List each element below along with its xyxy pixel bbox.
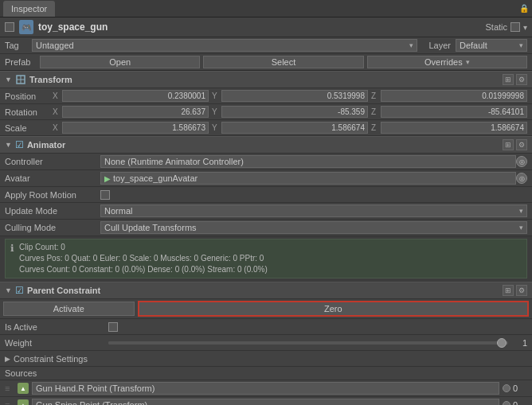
animator-menu-btn[interactable]: ⚙	[516, 139, 527, 150]
transform-title: Transform	[29, 75, 499, 84]
source-1-weight-value: 0	[513, 384, 527, 393]
culling-mode-label: Culling Mode	[5, 223, 100, 232]
update-mode-label: Update Mode	[5, 206, 100, 216]
transform-menu-btn[interactable]: ⚙	[516, 74, 527, 85]
controller-picker-btn[interactable]: ◎	[516, 156, 527, 167]
update-mode-dropdown[interactable]: Normal ▾	[100, 204, 527, 217]
is-active-row: Is Active	[0, 319, 532, 335]
source-2-weight-dot[interactable]	[503, 401, 510, 405]
transform-expand-btn[interactable]: ⊞	[503, 74, 514, 85]
prefab-label: Prefab	[5, 57, 37, 67]
scale-y-input[interactable]: 1.586674	[221, 122, 368, 134]
static-checkbox[interactable]	[510, 22, 520, 32]
inspector-body: 🎮 toy_space_gun Static ▾ Tag Untagged ▾ …	[0, 18, 532, 405]
transform-controls: ⊞ ⚙	[503, 74, 527, 85]
scale-xyz: X 1.586673 Y 1.586674 Z 1.586674	[53, 122, 527, 134]
scale-x-input[interactable]: 1.586673	[62, 122, 209, 134]
rotation-y-input[interactable]: -85.359	[221, 106, 368, 118]
rotation-x-label: X	[53, 107, 61, 116]
tag-dropdown[interactable]: Untagged ▾	[32, 39, 417, 52]
parent-constraint-controls: ⊞ ⚙	[503, 285, 527, 296]
apply-root-label: Apply Root Motion	[5, 190, 100, 200]
controller-value[interactable]: None (Runtime Animator Controller)	[100, 155, 516, 168]
rotation-y-label: Y	[212, 107, 220, 116]
weight-slider[interactable]	[108, 341, 508, 345]
culling-mode-row: Culling Mode Cull Update Transforms ▾	[0, 220, 532, 236]
layer-dropdown[interactable]: Default ▾	[456, 39, 527, 52]
parent-constraint-section-header: ▼ ☑ Parent Constraint ⊞ ⚙	[0, 282, 532, 299]
scale-z-input[interactable]: 1.586674	[381, 122, 527, 134]
animator-info-text: Clip Count: 0 Curves Pos: 0 Quat: 0 Eule…	[19, 242, 268, 275]
source-1-field[interactable]: Gun Hand.R Point (Transform)	[32, 382, 499, 395]
culling-mode-dropdown[interactable]: Cull Update Transforms ▾	[100, 221, 527, 234]
transform-collapse-arrow[interactable]: ▼	[5, 76, 12, 84]
culling-mode-arrow: ▾	[519, 224, 523, 232]
animator-collapse-arrow[interactable]: ▼	[5, 141, 12, 149]
animator-section-header: ▼ ☑ Animator ⊞ ⚙	[0, 136, 532, 154]
position-z-input[interactable]: 0.01999998	[381, 90, 527, 102]
static-dropdown-arrow[interactable]: ▾	[523, 23, 527, 32]
constraint-settings-row: ▶ Constraint Settings	[0, 351, 532, 367]
open-button[interactable]: Open	[40, 56, 200, 68]
apply-root-checkbox[interactable]	[100, 190, 110, 200]
parent-constraint-checkbox-icon[interactable]: ☑	[15, 285, 24, 296]
parent-constraint-collapse-arrow[interactable]: ▼	[5, 286, 12, 294]
rotation-x-input[interactable]: 26.637	[62, 106, 209, 118]
rotation-z-field: Z -85.64101	[371, 106, 527, 118]
sources-label: Sources	[5, 368, 37, 378]
object-icon: 🎮	[19, 20, 33, 34]
position-x-input[interactable]: 0.2380001	[62, 90, 209, 102]
constraint-settings-arrow[interactable]: ▶	[5, 355, 10, 363]
object-header: 🎮 toy_space_gun Static ▾	[0, 18, 532, 37]
weight-slider-fill	[108, 341, 508, 345]
source-2-icon: ▲	[18, 399, 29, 405]
position-label: Position	[5, 92, 53, 101]
scale-z-field: Z 1.586674	[371, 122, 527, 134]
is-active-checkbox[interactable]	[108, 322, 118, 332]
position-y-input[interactable]: 0.5319998	[221, 90, 368, 102]
source-2-field[interactable]: Gun Spine Point (Transform)	[32, 399, 499, 405]
animator-checkbox-icon[interactable]: ☑	[15, 139, 24, 150]
tag-dropdown-arrow: ▾	[409, 41, 413, 49]
inspector-tab-label: Inspector	[11, 4, 47, 14]
overrides-label: Overrides	[424, 57, 463, 67]
tag-layer-row: Tag Untagged ▾ Layer Default ▾	[0, 37, 532, 54]
parent-constraint-title: Parent Constraint	[27, 286, 499, 295]
weight-slider-handle[interactable]	[497, 338, 507, 348]
animator-expand-btn[interactable]: ⊞	[503, 139, 514, 150]
inspector-tab[interactable]: Inspector	[3, 1, 55, 17]
sources-header: Sources	[0, 367, 532, 380]
controller-text: None (Runtime Animator Controller)	[104, 157, 244, 166]
avatar-label: Avatar	[5, 173, 100, 183]
transform-icon	[15, 74, 26, 85]
transform-section-header: ▼ Transform ⊞ ⚙	[0, 71, 532, 88]
source-1-weight-dot[interactable]	[503, 384, 510, 392]
lock-icon[interactable]: 🔒	[519, 4, 529, 13]
activate-button[interactable]: Activate	[3, 302, 135, 316]
culling-mode-text: Cull Update Transforms	[104, 223, 197, 232]
overrides-arrow: ▾	[466, 58, 470, 66]
layer-label: Layer	[428, 41, 451, 50]
avatar-value-group: ▶ toy_space_gunAvatar	[104, 173, 198, 183]
animator-title: Animator	[27, 140, 499, 150]
zero-button[interactable]: Zero	[138, 301, 530, 317]
layer-dropdown-arrow: ▾	[519, 41, 523, 49]
rotation-z-input[interactable]: -85.64101	[381, 106, 527, 118]
rotation-x-field: X 26.637	[53, 106, 209, 118]
parent-constraint-expand-btn[interactable]: ⊞	[503, 285, 514, 296]
scale-z-label: Z	[371, 123, 379, 132]
scale-y-label: Y	[212, 123, 220, 132]
avatar-picker-btn[interactable]: ◎	[516, 173, 527, 184]
avatar-icon: ▶	[104, 174, 111, 183]
weight-row: Weight 1	[0, 335, 532, 351]
is-active-label: Is Active	[5, 322, 108, 332]
position-y-field: Y 0.5319998	[212, 90, 368, 102]
source-row-2: ≡ ▲ Gun Spine Point (Transform) 0	[0, 397, 532, 405]
select-button[interactable]: Select	[203, 56, 363, 68]
overrides-button[interactable]: Overrides ▾	[367, 56, 527, 68]
avatar-value[interactable]: ▶ toy_space_gunAvatar	[100, 172, 516, 185]
object-enabled-checkbox[interactable]	[5, 22, 14, 32]
position-z-field: Z 0.01999998	[371, 90, 527, 102]
parent-constraint-menu-btn[interactable]: ⚙	[516, 285, 527, 296]
info-icon: ℹ	[10, 243, 14, 254]
